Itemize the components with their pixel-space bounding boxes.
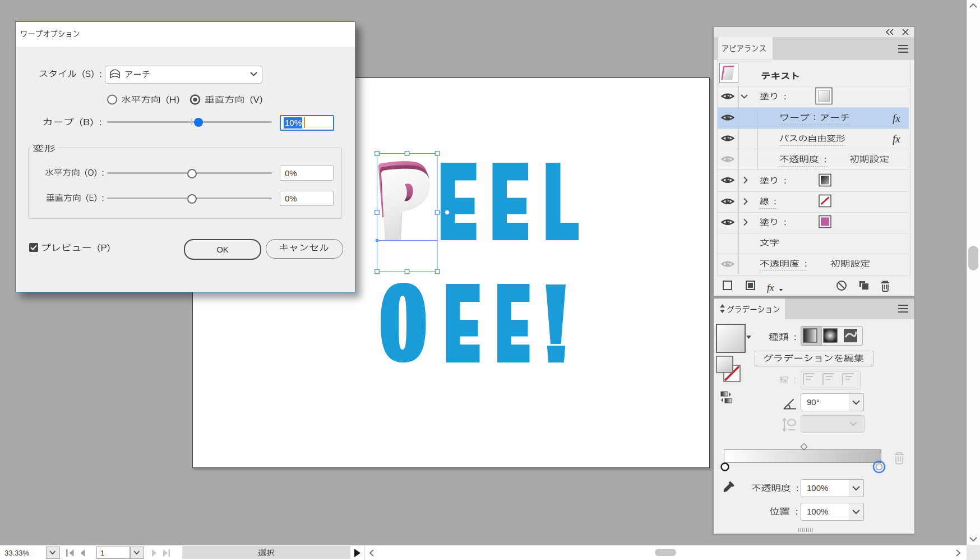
svg-text:fx: fx (767, 282, 774, 293)
svg-text:fx: fx (893, 133, 900, 145)
svg-text:fx: fx (893, 112, 900, 124)
